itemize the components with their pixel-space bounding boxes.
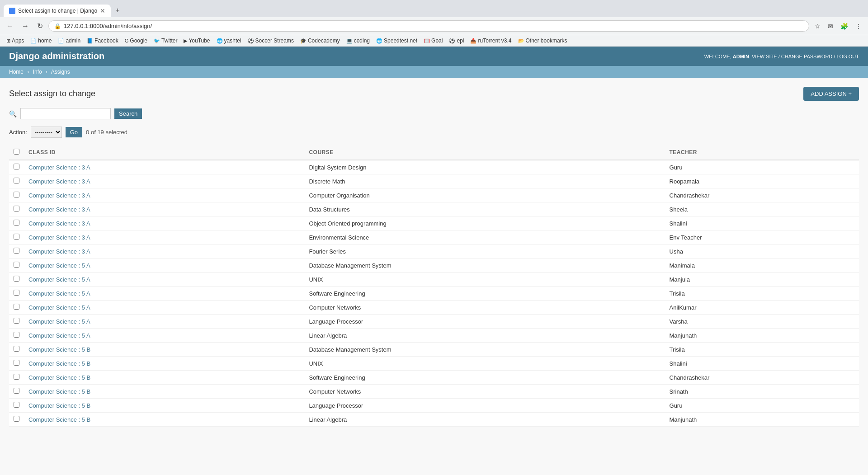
class-id-link[interactable]: Computer Science : 5 A bbox=[28, 262, 90, 269]
breadcrumb-home[interactable]: Home bbox=[9, 69, 24, 75]
row-checkbox[interactable] bbox=[14, 388, 19, 394]
bookmarks-bar: ⊞ Apps 📄 home 📄 admin 📘 Facebook G Googl… bbox=[0, 35, 868, 47]
bookmark-apps[interactable]: ⊞ Apps bbox=[4, 37, 27, 45]
row-checkbox-cell bbox=[9, 329, 24, 343]
epl-icon: ⚽ bbox=[449, 38, 455, 44]
bookmark-goal[interactable]: 🥅 Goal bbox=[421, 37, 445, 45]
bookmark-admin[interactable]: 📄 admin bbox=[55, 37, 83, 45]
refresh-button[interactable]: ↻ bbox=[34, 20, 46, 32]
class-id-link[interactable]: Computer Science : 3 A bbox=[28, 220, 90, 227]
breadcrumb-info[interactable]: Info bbox=[33, 69, 42, 75]
bookmark-google-label: Google bbox=[130, 38, 147, 44]
row-checkbox[interactable] bbox=[14, 164, 19, 169]
row-checkbox[interactable] bbox=[14, 276, 19, 282]
class-id-link[interactable]: Computer Science : 3 A bbox=[28, 192, 90, 199]
row-checkbox[interactable] bbox=[14, 304, 19, 310]
select-all-checkbox[interactable] bbox=[14, 149, 19, 155]
rutorrent-icon: 📥 bbox=[470, 38, 476, 44]
gmail-icon-button[interactable]: ✉ bbox=[825, 21, 836, 32]
home-bookmark-icon: 📄 bbox=[30, 38, 37, 44]
class-id-link[interactable]: Computer Science : 5 B bbox=[28, 402, 90, 409]
class-id-link[interactable]: Computer Science : 5 B bbox=[28, 360, 90, 367]
bookmark-facebook[interactable]: 📘 Facebook bbox=[84, 37, 121, 45]
new-tab-button[interactable]: + bbox=[111, 4, 124, 17]
row-checkbox[interactable] bbox=[14, 374, 19, 380]
cell-course: Digital System Design bbox=[304, 160, 665, 174]
cell-teacher: Env Teacher bbox=[665, 230, 859, 245]
address-bar[interactable]: 🔒 127.0.0.1:8000/admin/info/assign/ bbox=[48, 20, 809, 32]
bookmark-twitter[interactable]: 🐦 Twitter bbox=[151, 37, 180, 45]
cell-course: Language Processor bbox=[304, 399, 665, 413]
table-row: Computer Science : 5 BSoftware Engineeri… bbox=[9, 371, 859, 385]
class-id-link[interactable]: Computer Science : 5 A bbox=[28, 304, 90, 311]
class-id-link[interactable]: Computer Science : 5 A bbox=[28, 318, 90, 325]
bookmark-rutorrent[interactable]: 📥 ruTorrent v3.4 bbox=[467, 37, 514, 45]
bookmark-yashtel[interactable]: 🌐 yashtel bbox=[214, 37, 244, 45]
row-checkbox[interactable] bbox=[14, 360, 19, 366]
bookmark-soccer[interactable]: ⚽ Soccer Streams bbox=[245, 37, 297, 45]
row-checkbox[interactable] bbox=[14, 290, 19, 296]
bookmark-speedtest-label: Speedtest.net bbox=[384, 38, 417, 44]
search-input[interactable] bbox=[20, 108, 111, 119]
bookmark-speedtest[interactable]: 🌐 Speedtest.net bbox=[373, 37, 420, 45]
action-select[interactable]: --------- bbox=[31, 127, 62, 138]
row-checkbox[interactable] bbox=[14, 206, 19, 212]
row-checkbox[interactable] bbox=[14, 346, 19, 352]
change-password-link[interactable]: CHANGE PASSWORD bbox=[781, 54, 832, 59]
search-button[interactable]: Search bbox=[114, 108, 142, 119]
class-id-link[interactable]: Computer Science : 3 A bbox=[28, 178, 90, 185]
tab-title: Select assign to change | Django bbox=[18, 8, 97, 14]
active-tab[interactable]: Select assign to change | Django ✕ bbox=[4, 5, 111, 17]
row-checkbox[interactable] bbox=[14, 248, 19, 254]
row-checkbox[interactable] bbox=[14, 332, 19, 338]
soccer-icon: ⚽ bbox=[248, 38, 254, 44]
class-id-link[interactable]: Computer Science : 5 B bbox=[28, 346, 90, 353]
bookmark-star-button[interactable]: ☆ bbox=[812, 21, 823, 32]
class-id-link[interactable]: Computer Science : 3 A bbox=[28, 164, 90, 171]
menu-button[interactable]: ⋮ bbox=[853, 21, 864, 32]
row-checkbox[interactable] bbox=[14, 220, 19, 226]
bookmark-google[interactable]: G Google bbox=[122, 37, 150, 45]
cell-course: UNIX bbox=[304, 357, 665, 371]
log-out-link[interactable]: LOG OUT bbox=[836, 54, 859, 59]
select-all-header bbox=[9, 145, 24, 160]
row-checkbox[interactable] bbox=[14, 416, 19, 422]
admin-icon: 📄 bbox=[58, 38, 64, 44]
back-button[interactable]: ← bbox=[4, 20, 16, 32]
row-checkbox-cell bbox=[9, 259, 24, 273]
view-site-link[interactable]: VIEW SITE bbox=[752, 54, 777, 59]
class-id-link[interactable]: Computer Science : 5 A bbox=[28, 290, 90, 297]
class-id-link[interactable]: Computer Science : 3 A bbox=[28, 234, 90, 241]
add-assign-button[interactable]: ADD ASSIGN + bbox=[803, 87, 859, 101]
row-checkbox[interactable] bbox=[14, 234, 19, 240]
row-checkbox[interactable] bbox=[14, 318, 19, 324]
row-checkbox[interactable] bbox=[14, 402, 19, 408]
close-tab-button[interactable]: ✕ bbox=[100, 7, 105, 14]
column-header-class-id: CLASS ID bbox=[24, 145, 304, 160]
cell-teacher: Chandrashekar bbox=[665, 371, 859, 385]
class-id-link[interactable]: Computer Science : 5 A bbox=[28, 276, 90, 283]
forward-button[interactable]: → bbox=[19, 20, 32, 32]
table-row: Computer Science : 5 ADatabase Managemen… bbox=[9, 259, 859, 273]
bookmark-epl[interactable]: ⚽ epl bbox=[446, 37, 467, 45]
cell-teacher: Srinath bbox=[665, 385, 859, 399]
cell-course: Fourier Series bbox=[304, 245, 665, 259]
class-id-link[interactable]: Computer Science : 5 B bbox=[28, 416, 90, 423]
row-checkbox[interactable] bbox=[14, 262, 19, 268]
bookmark-other[interactable]: 📂 Other bookmarks bbox=[515, 37, 570, 45]
go-button[interactable]: Go bbox=[66, 127, 82, 137]
cell-teacher: Manimala bbox=[665, 259, 859, 273]
row-checkbox[interactable] bbox=[14, 192, 19, 198]
cell-teacher: Manjunath bbox=[665, 413, 859, 427]
class-id-link[interactable]: Computer Science : 5 B bbox=[28, 388, 90, 395]
row-checkbox[interactable] bbox=[14, 178, 19, 183]
extensions-button[interactable]: 🧩 bbox=[838, 21, 851, 32]
class-id-link[interactable]: Computer Science : 5 A bbox=[28, 332, 90, 339]
class-id-link[interactable]: Computer Science : 3 A bbox=[28, 206, 90, 213]
bookmark-home[interactable]: 📄 home bbox=[28, 37, 54, 45]
class-id-link[interactable]: Computer Science : 5 B bbox=[28, 374, 90, 381]
bookmark-codecademy[interactable]: 🎓 Codecademy bbox=[297, 37, 343, 45]
class-id-link[interactable]: Computer Science : 3 A bbox=[28, 248, 90, 255]
bookmark-youtube[interactable]: ▶ YouTube bbox=[181, 37, 212, 45]
bookmark-coding[interactable]: 💻 coding bbox=[344, 37, 373, 45]
